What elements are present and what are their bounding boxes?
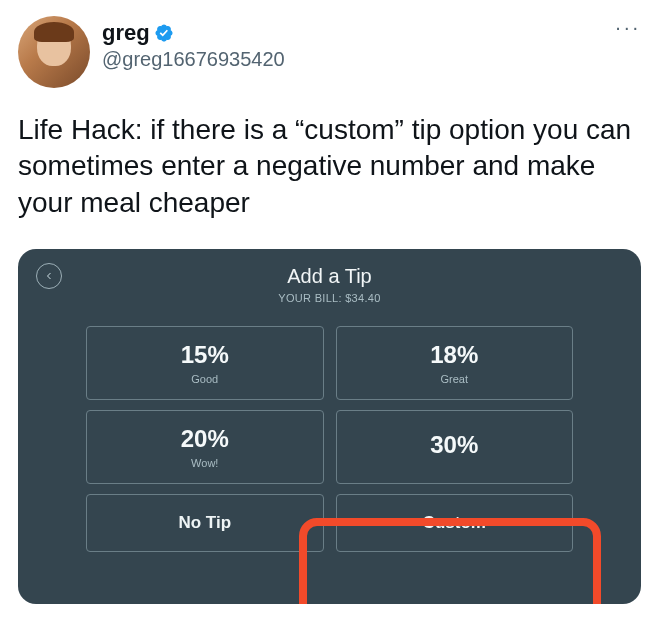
name-block: greg @greg16676935420 <box>102 16 285 71</box>
tip-header: Add a Tip YOUR BILL: $34.40 <box>40 265 619 304</box>
tip-pct: 20% <box>181 425 229 453</box>
tip-option-custom[interactable]: Custom <box>336 494 574 552</box>
tip-screen: Add a Tip YOUR BILL: $34.40 15% Good 18%… <box>18 249 641 604</box>
tip-pct: 30% <box>430 431 478 459</box>
more-button[interactable]: ··· <box>615 16 641 39</box>
tip-pct: 18% <box>430 341 478 369</box>
back-icon[interactable] <box>36 263 62 289</box>
tip-option-18[interactable]: 18% Great <box>336 326 574 400</box>
display-name[interactable]: greg <box>102 20 150 46</box>
tip-option-no-tip[interactable]: No Tip <box>86 494 324 552</box>
tip-pct: 15% <box>181 341 229 369</box>
tip-title: Add a Tip <box>40 265 619 288</box>
avatar[interactable] <box>18 16 90 88</box>
tip-label: Good <box>191 373 218 385</box>
tip-option-20[interactable]: 20% Wow! <box>86 410 324 484</box>
tip-single-label: No Tip <box>178 513 231 533</box>
handle[interactable]: @greg16676935420 <box>102 48 285 71</box>
tip-label: Great <box>440 373 468 385</box>
tip-option-15[interactable]: 15% Good <box>86 326 324 400</box>
tweet-text: Life Hack: if there is a “custom” tip op… <box>18 112 641 221</box>
tip-label: Wow! <box>191 457 218 469</box>
tip-single-label: Custom <box>423 513 486 533</box>
tip-subtitle: YOUR BILL: $34.40 <box>40 292 619 304</box>
tip-option-30[interactable]: 30% <box>336 410 574 484</box>
tweet-header: greg @greg16676935420 ··· <box>18 16 641 88</box>
tweet-container: greg @greg16676935420 ··· Life Hack: if … <box>0 0 659 221</box>
tip-grid: 15% Good 18% Great 20% Wow! 30% No Tip C… <box>40 326 619 552</box>
verified-badge-icon <box>154 23 174 43</box>
name-line: greg <box>102 20 285 46</box>
